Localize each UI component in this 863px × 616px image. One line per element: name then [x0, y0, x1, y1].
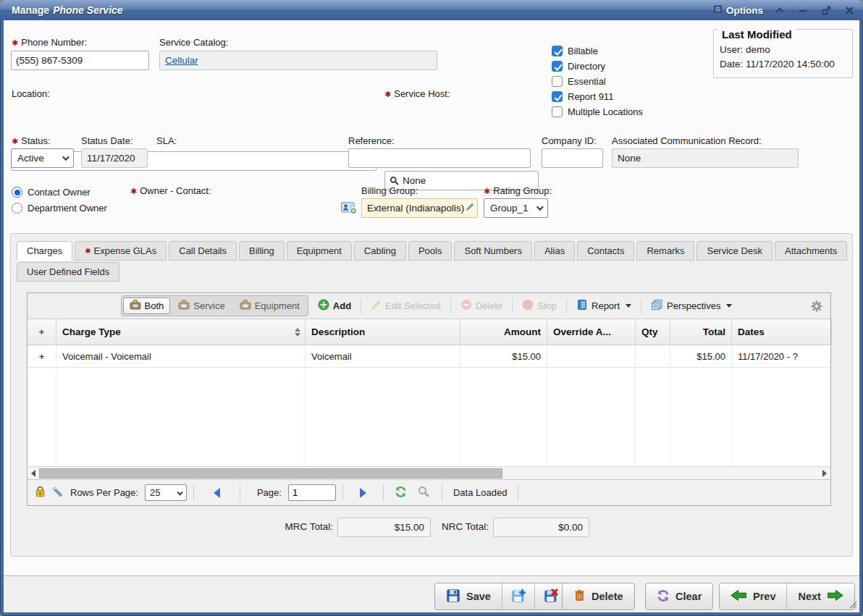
add-button[interactable]: Add — [313, 297, 356, 315]
report-button[interactable]: Report — [571, 297, 636, 315]
filter-equipment-button[interactable]: Equipment — [233, 298, 306, 314]
prev-button[interactable]: Prev — [720, 583, 786, 609]
service-catalog-link[interactable]: Cellular — [165, 55, 198, 66]
billing-group-field[interactable]: External (Indianapolis) — [361, 198, 478, 218]
tab-attachments[interactable]: Attachments — [775, 241, 847, 261]
last-modified-panel: Last Modified User: demo Date: 11/17/202… — [713, 29, 853, 78]
scroll-right-icon[interactable] — [819, 468, 830, 479]
filter-service-button[interactable]: Service — [172, 298, 231, 314]
reference-field[interactable] — [348, 148, 531, 168]
associated-communication-record-label: Associated Communication Record: — [612, 135, 762, 146]
tab-remarks[interactable]: Remarks — [636, 241, 694, 261]
prev-arrow-icon — [731, 588, 747, 604]
toolbar-separator — [450, 298, 451, 314]
edit-pencil-icon — [371, 300, 382, 313]
clear-button[interactable]: Clear — [645, 583, 713, 610]
column-amount[interactable]: Amount — [460, 319, 547, 345]
column-dates[interactable]: Dates — [732, 319, 832, 345]
tab-cabling[interactable]: Cabling — [354, 241, 406, 261]
report-icon — [576, 299, 588, 313]
last-modified-user: User: demo — [720, 44, 846, 55]
table-row[interactable]: + Voicemail - Voicemail Voicemail $15.00… — [28, 345, 830, 368]
chevron-down-icon — [177, 489, 182, 495]
tab-alias[interactable]: Alias — [534, 241, 575, 261]
horizontal-scrollbar[interactable] — [28, 466, 830, 479]
charge-totals: MRC Total: $15.00 NRC Total: $0.00 — [27, 518, 831, 538]
refresh-icon[interactable] — [395, 486, 407, 500]
associated-communication-record-field: None — [612, 148, 799, 168]
popout-icon[interactable] — [820, 4, 833, 17]
delete-button[interactable]: Delete — [562, 583, 635, 610]
phone-number-field[interactable] — [11, 51, 149, 70]
add-contact-icon[interactable] — [341, 201, 357, 216]
checkbox-unchecked-icon — [552, 106, 563, 117]
pager-bar: Rows Per Page: 25 Page: Data Loaded — [28, 479, 830, 505]
wrench-icon[interactable] — [52, 486, 64, 499]
column-charge-type[interactable]: Charge Type — [56, 319, 306, 345]
minimize-icon[interactable] — [796, 4, 809, 17]
next-button[interactable]: Next — [787, 583, 854, 609]
filter-both-button[interactable]: Both — [123, 298, 171, 314]
clear-icon — [657, 589, 670, 604]
gear-icon[interactable] — [810, 300, 823, 315]
row-expander[interactable]: + — [28, 345, 56, 367]
tab-user-defined-fields[interactable]: User Defined Fields — [17, 262, 119, 282]
lock-icon[interactable] — [35, 486, 46, 499]
column-total[interactable]: Total — [670, 319, 732, 345]
page-input[interactable] — [288, 484, 336, 501]
scroll-left-icon[interactable] — [28, 468, 39, 479]
tab-charges[interactable]: Charges — [17, 241, 72, 261]
company-id-field[interactable] — [542, 148, 603, 168]
rows-per-page-select[interactable]: 25 — [145, 484, 187, 501]
column-description[interactable]: Description — [306, 319, 460, 345]
collapse-icon[interactable] — [773, 4, 786, 17]
perspectives-button[interactable]: Perspectives — [646, 297, 737, 315]
tab-service-desk[interactable]: Service Desk — [696, 241, 773, 261]
stop-button[interactable]: Stop — [517, 297, 562, 315]
tab-strip-row1: Charges ✱Expense GLAs Call Details Billi… — [11, 234, 852, 261]
edit-pencil-icon[interactable] — [466, 203, 474, 214]
previous-page-icon[interactable] — [214, 488, 220, 498]
column-override-amount[interactable]: Override A... — [547, 319, 636, 345]
chevron-down-icon — [536, 203, 544, 211]
edit-selected-button[interactable]: Edit Selected — [366, 298, 446, 315]
contact-owner-radio[interactable]: Contact Owner — [12, 186, 107, 198]
tab-pools[interactable]: Pools — [408, 241, 452, 261]
scrollbar-thumb[interactable] — [39, 468, 502, 478]
search-icon[interactable] — [418, 486, 429, 499]
tab-call-details[interactable]: Call Details — [169, 241, 237, 261]
nrc-total-label: NRC Total: — [435, 521, 489, 532]
last-modified-date: Date: 11/17/2020 14:50:00 — [720, 59, 846, 69]
options-menu-icon — [713, 4, 723, 16]
resize-grip[interactable] — [846, 597, 857, 611]
scrollbar-track[interactable] — [39, 468, 819, 478]
tab-contacts[interactable]: Contacts — [577, 241, 634, 261]
close-icon[interactable] — [843, 4, 856, 17]
tab-soft-numbers[interactable]: Soft Numbers — [454, 241, 531, 261]
radio-selected-icon — [12, 187, 22, 198]
nrc-total-value: $0.00 — [493, 518, 589, 537]
delete-row-button[interactable]: Delete — [455, 297, 508, 315]
toolbox-icon — [240, 300, 251, 312]
tab-equipment[interactable]: Equipment — [287, 241, 352, 261]
toolbar-separator — [566, 298, 567, 314]
multiple-locations-checkbox[interactable]: Multiple Locations — [552, 106, 643, 118]
options-button[interactable]: Options — [713, 4, 763, 16]
essential-checkbox[interactable]: Essential — [552, 75, 643, 88]
department-owner-radio[interactable]: Department Owner — [12, 202, 107, 214]
checkbox-unchecked-icon — [552, 76, 563, 87]
status-select[interactable]: Active — [11, 148, 74, 168]
rating-group-select[interactable]: Group_1 — [484, 198, 548, 218]
tab-expense-glas[interactable]: ✱Expense GLAs — [75, 241, 167, 261]
save-and-new-button[interactable] — [502, 583, 534, 609]
owner-contact-label: ✱Owner - Contact: — [130, 185, 211, 196]
report-911-checkbox[interactable]: Report 911 — [552, 90, 643, 103]
save-button[interactable]: Save — [435, 583, 502, 609]
column-expander[interactable]: + — [28, 319, 56, 345]
column-qty[interactable]: Qty — [636, 319, 670, 345]
billable-checkbox[interactable]: Billable — [552, 45, 643, 57]
next-page-icon[interactable] — [360, 488, 366, 498]
status-date-label: Status Date: — [81, 135, 133, 146]
tab-billing[interactable]: Billing — [239, 241, 285, 261]
directory-checkbox[interactable]: Directory — [552, 60, 643, 72]
